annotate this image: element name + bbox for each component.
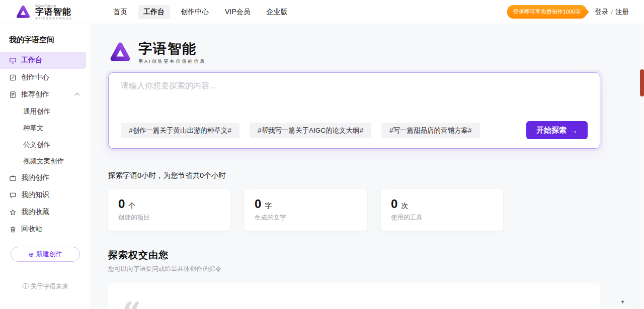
stat-unit: 次 [401,201,408,211]
qa-example-card: “ 字语智能是什么? 嗯，帮我创作一篇北京出游攻略 [108,283,600,309]
stat-card-tools: 0 次 使用的工具 [381,189,503,231]
top-navbar: WordFuture 字语智能 用AI创造更有价值的信息 首页 工作台 创作中心… [0,0,644,24]
sidebar-item-label: 我的知识 [21,190,49,199]
knowledge-icon [9,191,17,199]
sidebar-item-label: 创作中心 [21,73,49,82]
sidebar-item-label: 我的收藏 [21,208,49,217]
quote-icon: “ [122,297,165,309]
login-link[interactable]: 登录 [595,8,608,17]
page-scrollbar-track[interactable] [639,24,644,309]
suggestion-chip-huangshan[interactable]: #创作一篇关于黄山出游的种草文# [121,123,239,138]
explore-section-title: 探索权交由您 [108,249,644,262]
stat-value: 0 [255,197,261,211]
sidebar-title: 我的字语空间 [0,30,91,52]
login-separator: / [611,8,613,16]
search-input[interactable] [121,81,588,121]
plus-circle-icon: ⊕ [29,251,34,258]
nav-item-enterprise[interactable]: 企业版 [261,5,293,19]
sidebar-item-recommended[interactable]: 推荐创作 [0,86,86,103]
workbench-icon [9,57,17,64]
triangle-logo-icon [15,4,31,20]
about-link[interactable]: ⓘ 关于字语未来 [0,282,91,291]
sidebar-item-my-knowledge[interactable]: 我的知识 [0,186,86,203]
page-scrollbar-thumb[interactable] [640,69,644,96]
stat-card-words: 0 字 生成的文字 [245,189,367,231]
suggestion-chips-row: #创作一篇关于黄山出游的种草文# #帮我写一篇关于AIGC的论文大纲# #写一篇… [121,121,588,139]
stat-value: 0 [391,197,397,211]
hero-brand-name: 字语智能 [138,42,206,57]
sidebar-item-my-favorites[interactable]: 我的收藏 [0,203,86,221]
hero-tagline: 用AI创造更有价值的信息 [138,58,206,65]
creation-center-icon [9,74,17,81]
main-content: 字语智能 用AI创造更有价值的信息 #创作一篇关于黄山出游的种草文# #帮我写一… [91,24,644,309]
triangle-logo-icon-large [108,40,132,64]
sidebar: 我的字语空间 工作台 创作中心 推荐创作 通用创作 种草文 公文创作 视频文案创… [0,24,91,309]
sidebar-item-creation-center[interactable]: 创作中心 [0,69,86,86]
stats-summary: 探索字语0小时，为您节省共0个小时 [108,171,644,180]
sidebar-item-my-works[interactable]: 我的创作 [0,169,86,186]
nav-item-vip[interactable]: VIP会员 [219,5,256,19]
nav-item-home[interactable]: 首页 [108,5,133,19]
hero-brand: 字语智能 用AI创造更有价值的信息 [108,40,644,66]
arrow-right-icon: → [570,126,578,135]
top-right-area: 登录即可享免费创作1000字 登录 / 注册 [507,5,629,19]
trash-icon [9,226,17,233]
about-label: 关于字语未来 [31,282,68,291]
stat-unit: 个 [128,201,135,211]
nav-item-creation-center[interactable]: 创作中心 [175,5,214,19]
login-register: 登录 / 注册 [595,8,629,17]
sidebar-subitem-official-doc[interactable]: 公文创作 [0,136,91,153]
chevron-down-icon[interactable]: ▼ [620,299,625,304]
stat-card-projects: 0 个 创建的项目 [108,189,230,231]
brand-tagline-small: 用AI创造更有价值的信息 [35,17,72,20]
chevron-up-icon[interactable] [75,93,80,98]
sidebar-item-label: 工作台 [21,56,42,65]
stat-label: 使用的工具 [391,214,493,222]
start-explore-label: 开始探索 [536,126,567,135]
stat-label: 生成的文字 [255,214,357,222]
sidebar-item-recycle-bin[interactable]: 回收站 [0,221,86,238]
brand-name: 字语智能 [35,8,72,17]
top-nav-menu: 首页 工作台 创作中心 VIP会员 企业版 [108,5,293,19]
sidebar-subitem-seeding-article[interactable]: 种草文 [0,120,91,136]
sidebar-item-label: 我的创作 [21,173,49,182]
new-creation-button[interactable]: ⊕ 新建创作 [11,247,80,262]
new-creation-label: 新建创作 [36,250,62,259]
sidebar-subitem-general-creation[interactable]: 通用创作 [0,103,91,120]
register-link[interactable]: 注册 [615,8,629,17]
sidebar-subitem-video-copywriting[interactable]: 视频文案创作 [0,153,91,169]
stat-cards-row: 0 个 创建的项目 0 字 生成的文字 0 次 使用的工具 [108,189,644,231]
stat-value: 0 [118,197,125,211]
recommend-icon [9,91,17,98]
brand-text: WordFuture 字语智能 用AI创造更有价值的信息 [35,4,72,20]
hero-text: 字语智能 用AI创造更有价值的信息 [138,40,206,65]
stat-label: 创建的项目 [118,214,220,222]
sidebar-item-label: 推荐创作 [21,90,49,99]
sidebar-item-label: 回收站 [21,225,42,234]
suggestion-chip-aigc-outline[interactable]: #帮我写一篇关于AIGC的论文大纲# [250,123,371,138]
favorites-icon [9,209,17,216]
sidebar-item-workbench[interactable]: 工作台 [0,52,86,69]
my-works-icon [9,174,17,182]
nav-item-workbench[interactable]: 工作台 [138,5,170,19]
stat-unit: 字 [265,201,272,211]
suggestion-chip-dessert-marketing[interactable]: #写一篇甜品店的营销方案# [381,123,480,138]
explore-section-subtitle: 您可以向字语提问或给出具体创作的指令 [108,265,644,273]
start-explore-button[interactable]: 开始探索 → [526,121,588,139]
info-circle-icon: ⓘ [22,282,29,291]
login-promo-button[interactable]: 登录即可享免费创作1000字 [507,5,587,19]
search-card: #创作一篇关于黄山出游的种草文# #帮我写一篇关于AIGC的论文大纲# #写一篇… [108,72,600,149]
brand-logo[interactable]: WordFuture 字语智能 用AI创造更有价值的信息 [15,4,92,20]
